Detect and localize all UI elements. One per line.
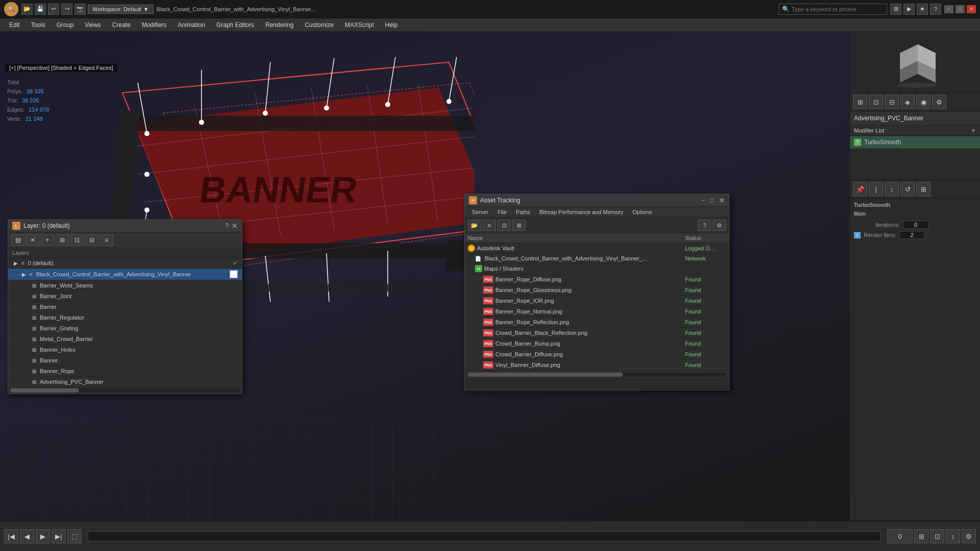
- minimize-button[interactable]: −: [944, 5, 953, 13]
- hierarchy-icon-btn[interactable]: ⊟: [885, 95, 899, 109]
- layer-scrollbar[interactable]: [10, 388, 240, 392]
- layer-item-regulator[interactable]: ⊞ Barrier_Regulator: [8, 312, 242, 323]
- redo-button[interactable]: ↪: [61, 4, 72, 15]
- asset-tool-2[interactable]: ≡: [483, 220, 496, 231]
- menu-maxscript[interactable]: MAXScript: [340, 20, 379, 30]
- help-icon[interactable]: ?: [930, 4, 941, 15]
- rotate-btn[interactable]: ↺: [900, 182, 915, 196]
- anim-tool-4[interactable]: ⬚: [67, 529, 82, 543]
- asset-tool-3[interactable]: ⊡: [497, 220, 511, 231]
- asset-row-vault[interactable]: V Autodesk Vault Logged O...: [465, 243, 729, 254]
- asset-row-png-6[interactable]: PNG Crowd_Barrier_Black_Reflection.png F…: [465, 328, 729, 338]
- search-bar[interactable]: 🔍: [778, 4, 887, 15]
- turbosmooth-entry[interactable]: T TurboSmooth: [850, 136, 980, 149]
- bottom-tool-1[interactable]: ⊞: [914, 529, 928, 543]
- asset-row-maps[interactable]: M Maps / Shaders: [465, 264, 729, 274]
- asset-maximize-btn[interactable]: □: [710, 197, 714, 204]
- menu-create[interactable]: Create: [107, 20, 136, 30]
- menu-graph-editors[interactable]: Graph Editors: [211, 20, 259, 30]
- layer-item-joint[interactable]: ⊞ Barrier_Joint: [8, 291, 242, 302]
- layer-item-banner[interactable]: ⊞ Banner: [8, 355, 242, 366]
- layer-item-rope[interactable]: ⊞ Banner_Rope: [8, 366, 242, 377]
- asset-tool-4[interactable]: ⊞: [512, 220, 525, 231]
- asset-row-png-5[interactable]: PNG Banner_Rope_Reflection.png Found: [465, 317, 729, 328]
- asset-help-btn[interactable]: ?: [698, 220, 711, 231]
- open-file-button[interactable]: 📂: [21, 4, 33, 15]
- anim-tool-1[interactable]: |◀: [4, 529, 18, 543]
- save-button[interactable]: 💾: [35, 4, 46, 15]
- menu-modifiers[interactable]: Modifiers: [137, 20, 172, 30]
- move-btn[interactable]: ↕: [885, 182, 899, 196]
- timeline-bar[interactable]: [88, 531, 881, 541]
- workspace-selector[interactable]: Workspace: Default ▼: [88, 5, 154, 14]
- modifier-list-header[interactable]: Modifier List ▼: [850, 125, 980, 136]
- layer-item-holes[interactable]: ⊞ Banner_Holes: [8, 345, 242, 355]
- maximize-button[interactable]: □: [956, 5, 965, 13]
- bottom-tool-2[interactable]: ⊡: [930, 529, 944, 543]
- layer-tool-6[interactable]: ⊟: [85, 234, 98, 246]
- asset-rows-container[interactable]: V Autodesk Vault Logged O... 📄 Black_Cro…: [465, 243, 729, 371]
- layer-item-barrier[interactable]: ▶ ≡ Black_Crowd_Control_Barrier_with_Adv…: [8, 269, 242, 280]
- modify-icon-btn[interactable]: ⊡: [869, 95, 883, 109]
- asset-scrollbar[interactable]: [468, 373, 726, 377]
- nav-cube[interactable]: [895, 42, 936, 83]
- layer-item-barrier-obj[interactable]: ⊞ Barrier: [8, 302, 242, 312]
- layer-list[interactable]: ▶ ≡ 0 (default) ✓ ▶ ≡ Black_Crowd_Contro…: [8, 258, 242, 387]
- asset-menu-file[interactable]: File: [493, 208, 511, 216]
- asset-row-png-4[interactable]: PNG Banner_Rope_Normal.png Found: [465, 306, 729, 317]
- display-icon-btn[interactable]: ◉: [916, 95, 931, 109]
- star-icon[interactable]: ★: [917, 4, 928, 15]
- menu-tools[interactable]: Tools: [26, 20, 51, 30]
- asset-settings-btn[interactable]: ⚙: [713, 220, 726, 231]
- menu-edit[interactable]: Edit: [4, 20, 25, 30]
- anim-play[interactable]: ▶: [36, 529, 50, 543]
- layer-tool-add[interactable]: +: [41, 234, 54, 246]
- asset-menu-paths[interactable]: Paths: [512, 208, 534, 216]
- select-link-btn[interactable]: |: [869, 182, 883, 196]
- capture-button[interactable]: 📷: [74, 4, 86, 15]
- layer-tool-1[interactable]: ▤: [11, 234, 24, 246]
- render-iters-checkbox[interactable]: ✓: [854, 232, 861, 239]
- time-input[interactable]: 0: [887, 529, 913, 543]
- bottom-tool-3[interactable]: ↕: [946, 529, 960, 543]
- layer-tool-4[interactable]: ⊞: [56, 234, 69, 246]
- menu-rendering[interactable]: Rendering: [260, 20, 298, 30]
- undo-button[interactable]: ↩: [48, 4, 59, 15]
- asset-menu-server[interactable]: Server: [468, 208, 492, 216]
- iterations-input[interactable]: 0: [903, 221, 928, 229]
- asset-row-png-8[interactable]: PNG Crowd_Barrier_Diffuse.png Found: [465, 349, 729, 360]
- anim-tool-2[interactable]: ◀: [20, 529, 34, 543]
- layer-item-weld[interactable]: ⊞ Barrier_Weld_Seams: [8, 280, 242, 291]
- asset-menu-bitmap[interactable]: Bitmap Performance and Memory: [535, 208, 627, 216]
- render-icon[interactable]: ▶: [903, 4, 915, 15]
- asset-row-png-7[interactable]: PNG Crowd_Barrier_Bump.png Found: [465, 338, 729, 349]
- search-input[interactable]: [792, 6, 884, 12]
- asset-close-btn[interactable]: ✕: [719, 196, 725, 204]
- select-icon-btn[interactable]: ⊞: [853, 95, 867, 109]
- asset-menu-options[interactable]: Options: [629, 208, 656, 216]
- menu-group[interactable]: Group: [52, 20, 79, 30]
- layer-tool-7[interactable]: ≡: [100, 234, 113, 246]
- asset-row-file[interactable]: 📄 Black_Crowd_Control_Barrier_with_Adver…: [465, 254, 729, 264]
- asset-row-png-9[interactable]: PNG Vinyl_Banner_Diffuse.png Found: [465, 360, 729, 371]
- render-iters-input[interactable]: 2: [899, 231, 925, 239]
- layer-item-grating[interactable]: ⊞ Barrier_Grating: [8, 323, 242, 334]
- layer-item-default[interactable]: ▶ ≡ 0 (default) ✓: [8, 258, 242, 269]
- bottom-tool-4[interactable]: ⚙: [962, 529, 976, 543]
- layer-tool-delete[interactable]: ✕: [26, 234, 39, 246]
- menu-customize[interactable]: Customize: [299, 20, 339, 30]
- anim-tool-3[interactable]: ▶|: [52, 529, 66, 543]
- layer-box-2[interactable]: [230, 270, 238, 278]
- close-button[interactable]: ✕: [967, 5, 976, 13]
- menu-views[interactable]: Views: [80, 20, 106, 30]
- asset-tool-1[interactable]: 📂: [468, 220, 481, 231]
- layer-tool-5[interactable]: ⊡: [70, 234, 84, 246]
- asset-row-png-3[interactable]: PNG Banner_Rope_IOR.png Found: [465, 296, 729, 306]
- asset-icon[interactable]: ⊞: [890, 4, 901, 15]
- layer-panel-help[interactable]: ?: [225, 222, 229, 229]
- asset-row-png-1[interactable]: PNG Banner_Rope_Diffuse.png Found: [465, 274, 729, 285]
- layer-panel-close[interactable]: ✕: [232, 222, 238, 230]
- pin-icon-btn[interactable]: 📌: [853, 182, 867, 196]
- layer-item-metal[interactable]: ⊞ Metal_Crowd_Barrier: [8, 334, 242, 345]
- menu-animation[interactable]: Animation: [173, 20, 210, 30]
